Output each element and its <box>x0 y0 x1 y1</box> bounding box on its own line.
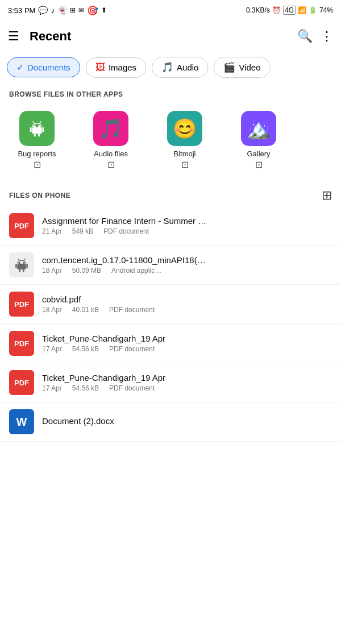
tab-images-label: Images <box>109 63 136 72</box>
grid-view-toggle[interactable]: ⊞ <box>322 188 332 203</box>
file-meta: 18 Apr 50.09 MB Android applic… <box>42 267 332 275</box>
svg-rect-14 <box>19 269 21 272</box>
audio-files-label: Audio files <box>94 149 128 158</box>
svg-rect-2 <box>32 127 41 134</box>
status-time: 3:53 PM 💬 ♪ 👻 ⊞ ✉ 🎯 ⬆ <box>8 5 107 16</box>
file-info: Ticket_Pune-Chandigarh_19 Apr 17 Apr 54.… <box>42 334 332 353</box>
app-item-bitmoji[interactable]: 😊 Bitmoji ⊡ <box>148 107 222 173</box>
file-size: 40.01 kB <box>72 306 99 314</box>
tab-video[interactable]: 🎬 Video <box>214 57 270 78</box>
bug-reports-ext-icon: ⊡ <box>34 159 41 170</box>
file-list: PDF Assignment for Finance Intern - Summ… <box>0 206 341 453</box>
svg-rect-4 <box>42 127 44 132</box>
svg-rect-3 <box>30 127 32 132</box>
word-icon: W <box>9 409 34 434</box>
file-info: Ticket_Pune-Chandigarh_19 Apr 17 Apr 54.… <box>42 373 332 392</box>
app-item-audio-files[interactable]: 🎵 Audio files ⊡ <box>74 107 148 173</box>
file-info: Document (2).docx <box>42 416 332 427</box>
file-type: PDF document <box>103 227 149 235</box>
file-info: cobvid.pdf 18 Apr 40.01 kB PDF document <box>42 294 332 314</box>
svg-rect-11 <box>17 264 26 269</box>
images-tab-icon: 🖼 <box>95 62 105 73</box>
more-options-button[interactable]: ⋮ <box>321 29 333 44</box>
app-item-bug-reports[interactable]: Bug reports ⊡ <box>0 107 74 173</box>
file-meta: 17 Apr 54.56 kB PDF document <box>42 345 332 353</box>
file-date: 17 Apr <box>42 345 62 353</box>
file-info: com.tencent.ig_0.17.0-11800_minAPI18(… 1… <box>42 255 332 275</box>
check-icon: ✓ <box>16 62 24 73</box>
file-size: 50.09 MB <box>72 267 101 275</box>
file-meta: 21 Apr 549 kB PDF document <box>42 227 332 235</box>
file-date: 21 Apr <box>42 227 62 235</box>
file-name: Ticket_Pune-Chandigarh_19 Apr <box>42 373 332 383</box>
svg-rect-13 <box>26 264 28 268</box>
file-item[interactable]: W Document (2).docx <box>0 402 341 442</box>
apk-icon <box>9 252 34 277</box>
page-title: Recent <box>30 29 289 44</box>
top-bar: ☰ Recent 🔍 ⋮ <box>0 20 341 52</box>
file-size: 54.56 kB <box>72 384 99 392</box>
file-item[interactable]: PDF cobvid.pdf 18 Apr 40.01 kB PDF docum… <box>0 285 341 324</box>
browse-section-label: BROWSE FILES IN OTHER APPS <box>0 82 341 103</box>
file-name: com.tencent.ig_0.17.0-11800_minAPI18(… <box>42 255 332 265</box>
pdf-icon: PDF <box>9 292 34 317</box>
menu-icon[interactable]: ☰ <box>8 29 19 44</box>
file-size: 549 kB <box>72 227 93 235</box>
tab-video-label: Video <box>239 63 260 72</box>
file-name: Assignment for Finance Intern - Summer … <box>42 216 332 226</box>
svg-rect-15 <box>23 269 24 272</box>
bitmoji-icon: 😊 <box>167 111 202 146</box>
svg-rect-12 <box>15 264 17 268</box>
tab-images[interactable]: 🖼 Images <box>86 57 146 78</box>
pdf-icon: PDF <box>9 213 34 238</box>
pdf-icon: PDF <box>9 331 34 356</box>
tab-audio[interactable]: 🎵 Audio <box>152 57 208 78</box>
file-info: Assignment for Finance Intern - Summer …… <box>42 216 332 235</box>
svg-line-17 <box>24 259 26 260</box>
file-name: Document (2).docx <box>42 416 332 426</box>
file-meta: 18 Apr 40.01 kB PDF document <box>42 306 332 314</box>
gallery-icon: 🏔️ <box>241 111 276 146</box>
svg-rect-6 <box>38 134 40 136</box>
file-item[interactable]: PDF Assignment for Finance Intern - Summ… <box>0 206 341 246</box>
video-tab-icon: 🎬 <box>223 61 235 73</box>
svg-line-8 <box>39 122 41 124</box>
files-header: FILES ON PHONE ⊞ <box>0 182 341 206</box>
tab-documents[interactable]: ✓ Documents <box>7 57 80 77</box>
gallery-label: Gallery <box>247 149 270 158</box>
file-date: 17 Apr <box>42 384 62 392</box>
file-item[interactable]: PDF Ticket_Pune-Chandigarh_19 Apr 17 Apr… <box>0 324 341 363</box>
status-indicators: 0.3KB/s ⏰ 4G 📶 🔋 74% <box>246 6 333 15</box>
file-item[interactable]: PDF Ticket_Pune-Chandigarh_19 Apr 17 Apr… <box>0 363 341 402</box>
audio-files-icon: 🎵 <box>93 111 128 146</box>
svg-rect-5 <box>34 134 36 136</box>
bitmoji-label: Bitmoji <box>173 149 196 158</box>
app-item-gallery[interactable]: 🏔️ Gallery ⊡ <box>222 107 296 173</box>
file-name: Ticket_Pune-Chandigarh_19 Apr <box>42 334 332 343</box>
bug-reports-icon <box>19 111 55 146</box>
file-type: PDF document <box>109 345 155 353</box>
bug-reports-label: Bug reports <box>18 149 56 158</box>
file-type: Android applic… <box>111 267 161 275</box>
app-grid: Bug reports ⊡ 🎵 Audio files ⊡ 😊 Bitmoji … <box>0 103 341 182</box>
file-type: PDF document <box>109 384 155 392</box>
file-item[interactable]: com.tencent.ig_0.17.0-11800_minAPI18(… 1… <box>0 246 341 285</box>
file-date: 18 Apr <box>42 267 62 275</box>
status-bar: 3:53 PM 💬 ♪ 👻 ⊞ ✉ 🎯 ⬆ 0.3KB/s ⏰ 4G 📶 🔋 7… <box>0 0 341 20</box>
filter-tabs: ✓ Documents 🖼 Images 🎵 Audio 🎬 Video <box>0 52 341 82</box>
audio-files-ext-icon: ⊡ <box>107 159 115 170</box>
pdf-icon: PDF <box>9 370 34 395</box>
svg-line-16 <box>18 259 20 260</box>
file-size: 54.56 kB <box>72 345 99 353</box>
audio-tab-icon: 🎵 <box>161 61 173 73</box>
gallery-ext-icon: ⊡ <box>255 159 263 170</box>
files-section-label: FILES ON PHONE <box>9 192 70 200</box>
search-button[interactable]: 🔍 <box>297 29 313 44</box>
tab-audio-label: Audio <box>177 63 198 72</box>
file-type: PDF document <box>109 306 155 314</box>
tab-documents-label: Documents <box>27 63 70 72</box>
bitmoji-ext-icon: ⊡ <box>181 159 189 170</box>
svg-line-7 <box>33 122 35 124</box>
file-meta: 17 Apr 54.56 kB PDF document <box>42 384 332 392</box>
file-date: 18 Apr <box>42 306 62 314</box>
